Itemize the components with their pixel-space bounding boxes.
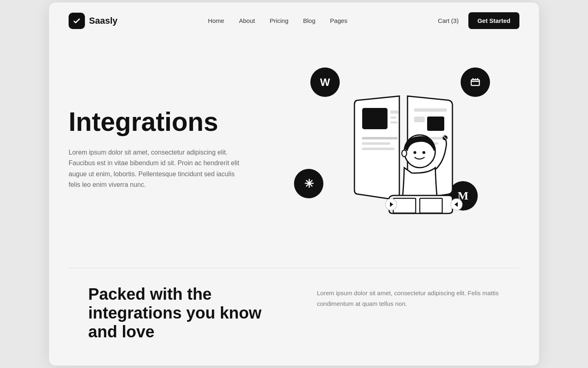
bottom-description: Lorem ipsum dolor sit amet, consectetur … xyxy=(317,288,500,309)
nav-pages[interactable]: Pages xyxy=(330,17,347,24)
nav-pricing[interactable]: Pricing xyxy=(270,17,288,24)
nav-blog[interactable]: Blog xyxy=(303,17,315,24)
hero-left: Integrations Lorem ipsum dolor sit amet,… xyxy=(69,108,240,191)
svg-rect-9 xyxy=(427,117,444,131)
integration-icon-snowflake: ✳ xyxy=(294,169,323,198)
bottom-left: Packed with the integrations you know an… xyxy=(88,285,284,341)
hero-description: Lorem ipsum dolor sit amet, consectetur … xyxy=(69,147,240,191)
svg-point-14 xyxy=(414,151,416,154)
svg-point-16 xyxy=(402,150,407,157)
hero-section: Integrations Lorem ipsum dolor sit amet,… xyxy=(49,39,539,268)
main-illustration-svg xyxy=(326,76,481,223)
bottom-right: Lorem ipsum dolor sit amet, consectetur … xyxy=(317,285,500,309)
nav-about[interactable]: About xyxy=(239,17,255,24)
nav-links: Home About Pricing Blog Pages xyxy=(208,17,347,25)
svg-rect-4 xyxy=(390,121,398,123)
svg-point-15 xyxy=(423,151,425,154)
svg-rect-5 xyxy=(362,137,398,139)
bottom-title: Packed with the integrations you know an… xyxy=(88,285,284,341)
svg-rect-2 xyxy=(390,110,399,114)
nav-home[interactable]: Home xyxy=(208,17,224,24)
navbar: Saasly Home About Pricing Blog Pages Car… xyxy=(49,2,539,39)
bottom-section: Packed with the integrations you know an… xyxy=(69,268,519,366)
svg-rect-10 xyxy=(414,117,425,122)
nav-right: Cart (3) Get Started xyxy=(438,12,519,29)
logo-icon xyxy=(69,13,85,29)
svg-rect-1 xyxy=(363,108,387,129)
hero-title: Integrations xyxy=(69,108,240,136)
svg-rect-3 xyxy=(390,117,396,119)
get-started-button[interactable]: Get Started xyxy=(468,12,519,29)
illustration-container: W ✳ M xyxy=(286,67,490,231)
logo-text: Saasly xyxy=(89,16,118,26)
svg-rect-8 xyxy=(414,108,447,112)
svg-rect-7 xyxy=(362,148,394,150)
hero-illustration: W ✳ M xyxy=(256,63,519,235)
svg-rect-20 xyxy=(420,198,442,213)
svg-rect-6 xyxy=(362,142,390,145)
checkmark-icon xyxy=(72,16,81,25)
cart-link[interactable]: Cart (3) xyxy=(438,17,459,24)
logo[interactable]: Saasly xyxy=(69,13,118,29)
